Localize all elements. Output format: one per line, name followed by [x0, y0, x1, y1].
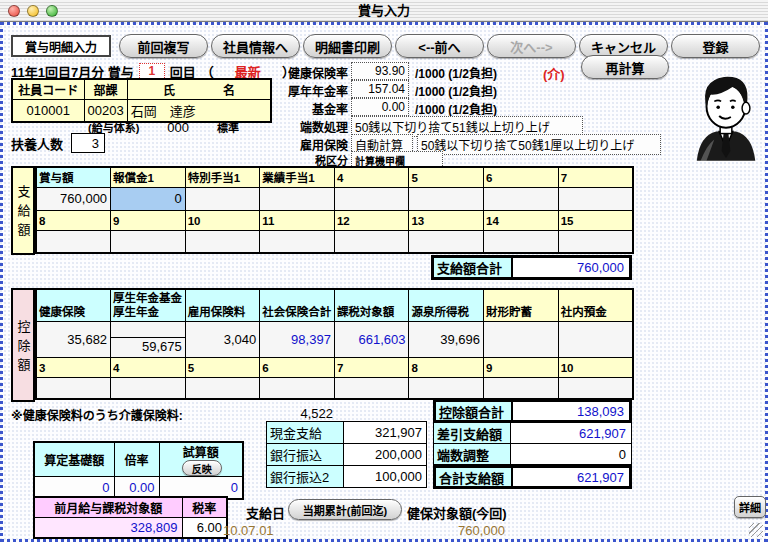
deduction-value-cell[interactable]: [484, 377, 559, 399]
employment-rounding-field[interactable]: 50銭以下切り捨て50銭1厘以上切り上げ: [417, 134, 661, 155]
deduction-header-cell: 10: [558, 357, 633, 377]
dependents-row: 扶養人数 3: [11, 133, 105, 153]
title-bar[interactable]: 賞与入力: [0, 0, 768, 22]
window-body: 賞与明細入力 前回複写社員情報へ明細書印刷<--前へ次へ-->キャンセル登録 1…: [0, 22, 768, 542]
deduction-header-cell: 8: [409, 357, 484, 377]
prev-record-button[interactable]: <--前へ: [395, 34, 484, 58]
deduction-value-cell[interactable]: 3,040: [185, 321, 260, 357]
deduction-value-cell[interactable]: [334, 377, 409, 399]
pension-rate-field[interactable]: 157.04: [351, 80, 409, 98]
payment-header-cell: 15: [558, 210, 633, 230]
fund-rate-note: /1000 (1/2負担): [415, 100, 497, 117]
deduction-value-cell[interactable]: [558, 377, 633, 399]
deduction-value-cell[interactable]: [409, 377, 484, 399]
payments-total-box: 支給額合計 760,000: [431, 255, 632, 280]
deductions-section-label: 控除額: [11, 288, 35, 402]
deduction-header-cell: 厚生年金基金 厚生年金: [111, 289, 186, 321]
deductions-grid: 健康保険厚生年金基金 厚生年金雇用保険料社会保険合計課税対象額源泉所得税財形貯蓄…: [35, 288, 634, 400]
calc-basis-table: 算定基礎額 倍率 試算額反映 0 0.00 0: [33, 441, 244, 500]
totals-row-label: 合計支給額: [436, 468, 513, 486]
deduction-value-cell[interactable]: [185, 377, 260, 399]
payments-total-label: 支給額合計: [434, 258, 513, 277]
deduction-header-cell: 9: [484, 357, 559, 377]
payment-header-cell: 7: [558, 167, 633, 187]
totals-row-value: 138,093: [513, 402, 629, 420]
rounding-label: 端数処理: [256, 118, 348, 135]
pension-rate-label: 厚年年金率: [256, 82, 348, 99]
prev-month-table: 前月給与課税対象額 税率 328,809 6.00: [33, 496, 228, 539]
health-rate-field[interactable]: 93.90: [351, 62, 409, 80]
salary-system-name: 標準: [217, 119, 239, 135]
care-insurance-note-value: 4,522: [243, 406, 333, 421]
payment-header-cell: 11: [260, 210, 335, 230]
payment-value-cell[interactable]: [334, 230, 409, 253]
next-record-button[interactable]: 次へ-->: [487, 34, 576, 58]
payment-value-cell[interactable]: [558, 187, 633, 210]
payment-value-cell[interactable]: [185, 187, 260, 210]
totals-row: 端数調整0: [433, 443, 632, 465]
close-window-icon[interactable]: [8, 5, 20, 17]
tax-rate-value[interactable]: 6.00: [182, 517, 227, 538]
payment-value-cell[interactable]: 760,000: [36, 187, 111, 210]
payment-value-cell[interactable]: [484, 230, 559, 253]
cumulative-total-button[interactable]: 当期累計(前回迄): [288, 499, 402, 520]
totals-row-label: 差引支給額: [434, 423, 511, 443]
prev-month-taxable-value[interactable]: 328,809: [34, 517, 182, 538]
payment-value-cell[interactable]: [36, 230, 111, 253]
deduction-value-cell: 661,603: [334, 321, 409, 357]
reflect-button[interactable]: 反映: [182, 460, 222, 476]
payment-value-cell[interactable]: [334, 187, 409, 210]
window-controls: [8, 5, 58, 17]
payment-method-value[interactable]: 100,000: [344, 466, 426, 487]
deduction-value-cell-split[interactable]: 59,675: [111, 321, 186, 357]
fund-rate-field[interactable]: 0.00: [351, 98, 409, 116]
calc-trial-header-text: 試算額: [183, 446, 219, 460]
payment-value-cell[interactable]: [260, 230, 335, 253]
totals-row-label: 端数調整: [434, 444, 511, 464]
payment-method-value[interactable]: 321,907: [344, 422, 426, 443]
deduction-split-top[interactable]: [111, 322, 185, 338]
calc-ratio-header: 倍率: [114, 442, 159, 477]
care-insurance-note-label: ※健康保険料のうち介護保険料:: [11, 406, 183, 423]
minimize-window-icon[interactable]: [27, 5, 39, 17]
payment-value-cell[interactable]: [409, 230, 484, 253]
payment-header-cell: 特別手当1: [185, 167, 260, 187]
deduction-value-cell[interactable]: [111, 377, 186, 399]
deduction-value-cell[interactable]: [484, 321, 559, 357]
salary-system-code: 000: [167, 120, 189, 135]
payment-value-cell[interactable]: [260, 187, 335, 210]
register-button[interactable]: 登録: [671, 34, 760, 58]
totals-row: 差引支給額621,907: [433, 422, 632, 444]
detail-button[interactable]: 詳細: [734, 496, 766, 518]
payment-value-cell[interactable]: [409, 187, 484, 210]
copy-previous-button[interactable]: 前回複写: [119, 34, 208, 58]
deduction-split-bottom[interactable]: 59,675: [111, 338, 185, 356]
payment-value-cell[interactable]: [558, 230, 633, 253]
health-rate-label: 健康保険率: [256, 64, 348, 81]
deduction-value-cell[interactable]: [260, 377, 335, 399]
payment-method-value[interactable]: 200,000: [344, 444, 426, 465]
payment-method-row: 銀行振込2100,000: [266, 465, 427, 488]
payment-header-cell: 8: [36, 210, 111, 230]
print-slip-button[interactable]: 明細書印刷: [303, 34, 392, 58]
window-resize-handle[interactable]: [749, 523, 763, 537]
salary-system-row: (給与体系) 000 標準: [88, 119, 239, 135]
pay-date-value: 10.07.01: [223, 523, 274, 538]
payments-section-label: 支給額: [11, 166, 35, 255]
payment-value-cell[interactable]: [484, 187, 559, 210]
payment-value-cell[interactable]: 0: [111, 187, 186, 210]
deduction-value-cell[interactable]: [558, 321, 633, 357]
totals-row: 合計支給額621,907: [433, 465, 632, 489]
recalculate-button[interactable]: 再計算: [581, 55, 669, 79]
zoom-window-icon[interactable]: [46, 5, 58, 17]
deduction-header-cell: 5: [185, 357, 260, 377]
deduction-value-cell[interactable]: 35,682: [36, 321, 111, 357]
employee-dept-header: 部課: [84, 79, 127, 100]
payment-value-cell[interactable]: [185, 230, 260, 253]
dependents-field[interactable]: 3: [71, 133, 105, 153]
deduction-value-cell[interactable]: [36, 377, 111, 399]
deduction-value-cell[interactable]: 39,696: [409, 321, 484, 357]
payment-value-cell[interactable]: [111, 230, 186, 253]
employee-info-button[interactable]: 社員情報へ: [211, 34, 300, 58]
payment-header-cell: 報償金1: [111, 167, 186, 187]
